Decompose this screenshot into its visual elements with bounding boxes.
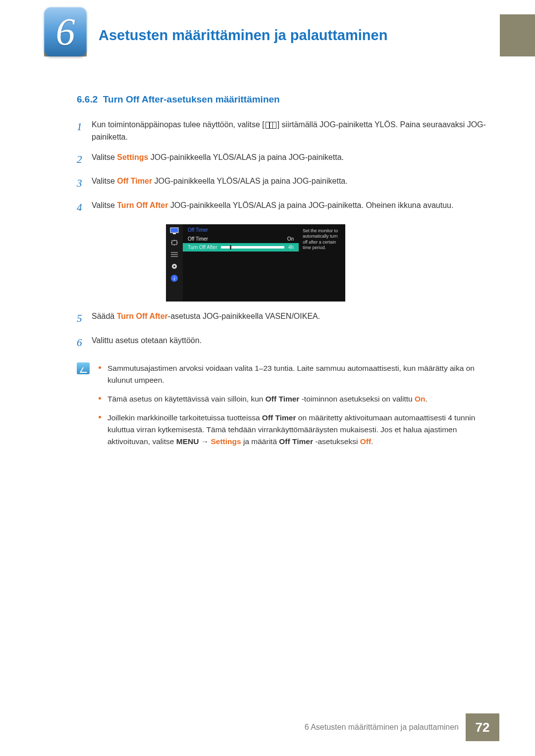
step-4: 4 Valitse Turn Off After JOG-painikkeell… — [77, 200, 490, 216]
note-list: Sammutusajastimen arvoksi voidaan valita… — [99, 362, 490, 454]
svg-point-7 — [173, 265, 175, 267]
step-text: Valitse Off Timer JOG-painikkeella YLÖS/… — [92, 175, 348, 192]
section-title: Turn Off After-asetuksen määrittäminen — [103, 94, 280, 104]
gear-icon — [170, 263, 179, 270]
step-text: Säädä Turn Off After-asetusta JOG-painik… — [92, 310, 320, 327]
section-heading: 6.6.2 Turn Off After-asetuksen määrittäm… — [77, 94, 490, 105]
osd-screenshot: i Off Timer Off Timer On Turn Off After … — [166, 224, 345, 302]
step-text: Valittu asetus otetaan käyttöön. — [92, 335, 202, 351]
step-text: Valitse Turn Off After JOG-painikkeella … — [92, 200, 453, 216]
step-number: 6 — [77, 335, 92, 351]
list-icon — [170, 251, 179, 258]
page-content: 6.6.2 Turn Off After-asetuksen määrittäm… — [77, 94, 490, 454]
note-item: Sammutusajastimen arvoksi voidaan valita… — [99, 362, 490, 386]
chapter-number: 6 — [56, 9, 75, 54]
chapter-title: Asetusten määrittäminen ja palauttaminen — [99, 27, 387, 44]
osd-row-turn-off-after: Turn Off After 4h — [183, 243, 299, 252]
svg-text:i: i — [173, 275, 175, 281]
section-number: 6.6.2 — [77, 94, 98, 104]
osd-sidebar: i — [166, 224, 183, 302]
step-number: 3 — [77, 175, 92, 192]
resize-icon — [170, 239, 179, 246]
svg-rect-2 — [172, 241, 177, 245]
info-icon: i — [170, 275, 179, 282]
step-number: 4 — [77, 200, 92, 216]
osd-main-panel: Off Timer Off Timer On Turn Off After 4h — [183, 224, 299, 302]
svg-rect-1 — [173, 233, 176, 234]
osd-slider — [221, 246, 284, 249]
step-list-2: 5 Säädä Turn Off After-asetusta JOG-pain… — [77, 310, 490, 351]
step-number: 1 — [77, 119, 92, 144]
step-6: 6 Valittu asetus otetaan käyttöön. — [77, 335, 490, 351]
osd-help-panel: Set the monitor to automatically turn of… — [299, 224, 345, 302]
step-1: 1 Kun toimintonäppäinopas tulee näyttöön… — [77, 119, 490, 144]
chapter-number-badge: 6 — [44, 7, 87, 56]
osd-row-off-timer: Off Timer On — [183, 235, 299, 243]
step-number: 5 — [77, 310, 92, 327]
arrow-icon: → — [199, 437, 211, 446]
step-3: 3 Valitse Off Timer JOG-painikkeella YLÖ… — [77, 175, 490, 192]
note-item: Joillekin markkinoille tarkoitetuissa tu… — [99, 412, 490, 448]
step-text: Kun toimintonäppäinopas tulee näyttöön, … — [92, 119, 490, 144]
note-icon — [77, 362, 90, 374]
svg-rect-0 — [170, 228, 178, 233]
step-number: 2 — [77, 151, 92, 168]
chapter-title-box: Asetusten määrittäminen ja palauttaminen — [87, 14, 500, 56]
monitor-icon — [170, 227, 179, 234]
osd-slider-knob — [230, 245, 231, 250]
footer-text: 6 Asetusten määrittäminen ja palauttamin… — [305, 723, 459, 732]
note-block: Sammutusajastimen arvoksi voidaan valita… — [77, 362, 490, 454]
step-text: Valitse Settings JOG-painikkeella YLÖS/A… — [92, 151, 344, 168]
step-list: 1 Kun toimintonäppäinopas tulee näyttöön… — [77, 119, 490, 215]
page-footer: 6 Asetusten määrittäminen ja palauttamin… — [0, 713, 535, 741]
menu-icon — [266, 122, 276, 129]
step-2: 2 Valitse Settings JOG-painikkeella YLÖS… — [77, 151, 490, 168]
osd-panel-title: Off Timer — [183, 224, 299, 235]
page-number: 72 — [466, 713, 499, 741]
note-item: Tämä asetus on käytettävissä vain silloi… — [99, 393, 490, 405]
step-5: 5 Säädä Turn Off After-asetusta JOG-pain… — [77, 310, 490, 327]
